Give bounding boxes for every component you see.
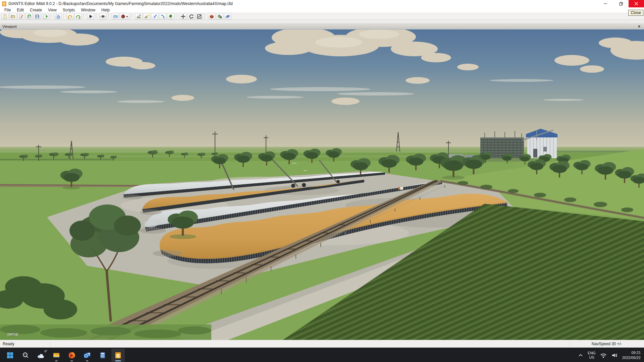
status-separator xyxy=(50,342,51,347)
reload-file-icon xyxy=(27,14,32,19)
toolbar-separator xyxy=(96,14,98,19)
language-indicator[interactable]: ENG US xyxy=(588,351,596,359)
terrain-sculpt-button[interactable] xyxy=(135,13,142,19)
new-file-button[interactable] xyxy=(1,13,9,19)
redo-button[interactable] xyxy=(74,13,82,19)
weather-widget[interactable]: 9° xyxy=(34,349,48,362)
navigation-mesh-icon xyxy=(225,14,230,19)
clock-date: 2022/05/22 xyxy=(622,355,641,360)
translate-button[interactable] xyxy=(179,13,187,19)
running-indicator xyxy=(55,360,58,361)
navigation-mesh-button[interactable] xyxy=(224,13,231,19)
camera-label: persp xyxy=(7,331,18,337)
collision-display-button[interactable] xyxy=(208,13,215,19)
redo-icon xyxy=(76,14,80,19)
viewport-close-icon[interactable]: × xyxy=(637,24,642,28)
toolbar xyxy=(0,13,644,20)
system-tray: ENG US 09:21 2022/05/22 xyxy=(578,350,641,360)
navspeed-indicator: NavSpeed 30 +/- xyxy=(570,342,644,346)
search-button[interactable] xyxy=(19,349,32,362)
collision-display-icon xyxy=(209,14,214,19)
giants-editor-taskbar-button[interactable] xyxy=(111,349,125,362)
menu-window[interactable]: Window xyxy=(78,8,99,12)
toolbar-separator xyxy=(51,14,52,19)
restore-button[interactable] xyxy=(613,0,629,7)
menu-edit[interactable]: Edit xyxy=(14,8,27,12)
calculator-button[interactable] xyxy=(96,349,109,362)
toolbar-separator xyxy=(176,14,178,19)
search-icon xyxy=(22,352,29,359)
terrain-sculpt-icon xyxy=(136,14,141,19)
file-explorer-icon xyxy=(52,351,60,359)
outlook-icon xyxy=(83,351,91,359)
play-button[interactable] xyxy=(87,13,94,19)
physics-display-icon xyxy=(217,14,222,19)
active-indicator xyxy=(115,360,121,361)
camera-icon xyxy=(113,14,118,19)
firefox-icon xyxy=(68,351,76,359)
menu-help[interactable]: Help xyxy=(98,8,113,12)
rotate-icon xyxy=(189,14,194,19)
window-controls xyxy=(598,0,644,7)
physics-display-button[interactable] xyxy=(216,13,223,19)
menu-view[interactable]: View xyxy=(45,8,60,12)
menu-scripts[interactable]: Scripts xyxy=(60,8,78,12)
scene-render xyxy=(0,29,644,340)
restore-icon xyxy=(619,2,623,6)
add-reference-button[interactable] xyxy=(42,13,49,19)
minimize-button[interactable] xyxy=(598,0,613,7)
dock-strip xyxy=(0,20,644,24)
minimize-icon xyxy=(604,2,607,5)
translate-icon xyxy=(181,14,185,19)
menu-file[interactable]: File xyxy=(1,8,14,12)
new-file-icon xyxy=(3,14,7,19)
firefox-button[interactable] xyxy=(65,349,78,362)
reload-file-button[interactable] xyxy=(25,13,33,19)
terrain-detail-button[interactable] xyxy=(159,13,166,19)
open-file-button[interactable] xyxy=(9,13,17,19)
viewport-panel-title: Viewport xyxy=(2,24,17,28)
close-icon xyxy=(635,2,638,5)
visibility-button[interactable] xyxy=(99,13,107,19)
language-line1: ENG xyxy=(588,351,596,355)
visibility-eye-icon xyxy=(100,14,106,19)
weather-cloud-icon xyxy=(37,351,45,359)
edit-file-button[interactable] xyxy=(17,13,25,19)
menu-create[interactable]: Create xyxy=(27,8,45,12)
camera-button[interactable] xyxy=(112,13,119,19)
save-file-button[interactable] xyxy=(34,13,41,19)
close-button[interactable] xyxy=(629,0,644,7)
render-mode-button[interactable] xyxy=(120,13,130,19)
rotate-button[interactable] xyxy=(187,13,195,19)
toolbar-separator xyxy=(108,14,110,19)
volume-icon[interactable] xyxy=(611,352,618,358)
terrain-paint-icon xyxy=(144,14,149,19)
foliage-paint-icon xyxy=(152,14,157,19)
close-tooltip: Close xyxy=(628,10,643,16)
toolbar-separator xyxy=(131,14,133,19)
scale-button[interactable] xyxy=(196,13,203,19)
terrain-paint-button[interactable] xyxy=(143,13,150,19)
tray-chevron-icon[interactable] xyxy=(578,353,583,358)
viewport-3d-scene[interactable]: persp xyxy=(0,29,644,340)
giants-editor-window: GIANTS Editor 64bit 9.0.2 - D:/Backups/I… xyxy=(0,0,644,362)
play-icon xyxy=(88,14,93,19)
foliage-paint-button[interactable] xyxy=(151,13,158,19)
taskbar-clock[interactable]: 09:21 2022/05/22 xyxy=(622,350,641,360)
windows-start-icon xyxy=(6,352,14,359)
render-mode-icon xyxy=(121,14,129,19)
tree-brush-icon xyxy=(168,14,173,19)
undo-button[interactable] xyxy=(66,13,74,19)
toolbar-separator xyxy=(84,14,85,19)
viewport-panel-header[interactable]: Viewport × xyxy=(0,24,644,29)
weather-temperature: 9° xyxy=(44,350,47,353)
outlook-button[interactable] xyxy=(80,349,94,362)
start-button[interactable] xyxy=(3,349,17,362)
publish-mod-button[interactable] xyxy=(54,13,61,19)
file-explorer-button[interactable] xyxy=(50,349,63,362)
status-bar: Ready NavSpeed 30 +/- xyxy=(0,340,644,348)
running-indicator xyxy=(86,360,89,361)
tree-brush-button[interactable] xyxy=(167,13,174,19)
wifi-icon[interactable] xyxy=(600,352,607,358)
undo-icon xyxy=(68,14,72,19)
